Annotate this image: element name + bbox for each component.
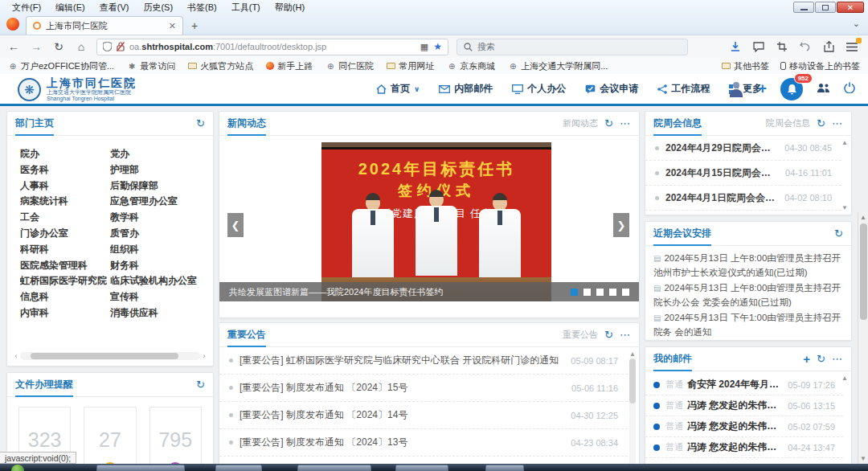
bookmark-item[interactable]: 新手上路 [266, 60, 313, 72]
announcement-text[interactable]: [重要公告] 虹桥国际医学研究院与临床研究中心联合 开设院科研门诊的通知 [240, 354, 563, 367]
nav-workflow[interactable]: 工作流程 [657, 82, 710, 96]
bookmark-star-icon[interactable]: ★ [433, 41, 442, 52]
upcoming-meetings-title[interactable]: 近期会议安排 [653, 223, 711, 246]
horizontal-scrollbar[interactable]: ‹ › [12, 351, 208, 361]
menu-item[interactable]: 帮助(H) [268, 2, 312, 14]
file-stat-card[interactable]: 27 ▤ [84, 407, 136, 471]
carousel-dot[interactable] [609, 289, 616, 296]
news-photo[interactable]: 2024年目标责任书 签约仪式 《党建廉政 风 目 任书 [321, 142, 551, 301]
bookmark-item[interactable]: 最常访问 [127, 60, 175, 72]
department-link[interactable]: 财务科 [110, 259, 200, 275]
nav-personal-office[interactable]: 个人办公 [512, 82, 566, 96]
announcement-text[interactable]: [重要公告] 制度发布通知 〔2024〕13号 [240, 436, 563, 449]
department-link[interactable]: 院办 [20, 147, 110, 163]
mail-row[interactable]: 普通 冯涛 您发起的朱伟东医院印章、... 05-02 07:59 [645, 416, 843, 437]
bookmark-item[interactable]: 万户ezOFFICE协同管... [8, 60, 114, 72]
taskbar-button[interactable] [297, 465, 371, 471]
department-link[interactable]: 消毒供应科 [110, 306, 200, 322]
qr-code-icon[interactable]: ▦ [420, 42, 428, 52]
refresh-icon[interactable]: ↻ [604, 117, 613, 129]
panel-scrollbar[interactable]: ▲ ▼ [840, 139, 850, 211]
scroll-up-icon[interactable]: ▲ [858, 214, 868, 221]
department-link[interactable]: 信息科 [20, 290, 110, 306]
weekly-meeting-row[interactable]: 2024年4月1日院周会会议纪要 04-02 08:10 [645, 186, 841, 211]
logout-power-icon[interactable] [844, 82, 855, 96]
panel-scrollbar[interactable]: ▲ ▼ [840, 375, 850, 471]
search-input[interactable]: 搜索 [457, 39, 688, 55]
url-bar[interactable]: oa.shtrhospital.com:7001/defaultroot/des… [96, 39, 448, 55]
mail-row[interactable]: 普通 冯涛 您发起的朱伟东医院印章、... 04-24 13:47 [645, 437, 843, 458]
refresh-icon[interactable]: ↻ [196, 379, 205, 391]
share-icon[interactable] [822, 40, 835, 53]
app-menu-icon[interactable] [845, 40, 858, 53]
more-options-icon[interactable]: ⋯ [832, 353, 843, 365]
department-link[interactable]: 医务科 [20, 163, 110, 179]
add-icon[interactable]: + [758, 80, 767, 97]
mail-subject[interactable]: 冯涛 您发起的朱伟东医院印章、... [687, 420, 781, 433]
insecure-lock-icon[interactable] [117, 42, 125, 51]
menu-item[interactable]: 文件(F) [5, 2, 48, 14]
compose-mail-icon[interactable]: + [803, 352, 810, 366]
user-avatar[interactable] [728, 81, 744, 97]
scroll-up-icon[interactable]: ▲ [628, 350, 637, 358]
page-scrollbar[interactable]: ▲ ▼ [858, 212, 868, 464]
department-link[interactable]: 虹桥国际医学研究院 [20, 274, 110, 290]
carousel-dot[interactable] [583, 289, 591, 296]
nav-home[interactable]: 首页∨ [376, 82, 420, 96]
screenshot-icon[interactable] [776, 40, 788, 53]
announcement-text[interactable]: [重要公告] 制度发布通知 〔2024〕14号 [240, 408, 563, 422]
refresh-icon[interactable]: ↻ [196, 117, 205, 129]
scroll-up-icon[interactable]: ▲ [840, 375, 850, 382]
weekly-more-link[interactable]: 院周会信息 [766, 117, 810, 129]
weekly-meeting-text[interactable]: 2024年4月15日院周会会议纪要 [665, 166, 777, 180]
scroll-down-icon[interactable]: ▼ [840, 204, 850, 211]
menu-item[interactable]: 编辑(E) [48, 2, 92, 14]
panel-scrollbar[interactable]: ▲ [628, 350, 637, 471]
department-link[interactable]: 后勤保障部 [110, 179, 200, 195]
department-link[interactable]: 工会 [20, 211, 110, 227]
file-stat-card[interactable]: 795 ◙ [149, 407, 202, 471]
carousel-next-button[interactable]: ❯ [613, 213, 629, 237]
carousel-dot[interactable] [622, 289, 629, 296]
taskbar-button[interactable] [485, 465, 524, 471]
announcement-row[interactable]: [重要公告] 制度发布通知 〔2024〕13号 04-23 08:34 [219, 429, 628, 457]
back-icon[interactable]: ← [6, 40, 21, 53]
meeting-item[interactable]: ▤2024年5月13日 下午1:00由管理员主持召开院务 会的通知 [653, 311, 843, 338]
minimize-button[interactable] [793, 2, 814, 13]
downloads-icon[interactable] [729, 40, 742, 53]
tracking-shield-icon[interactable] [103, 42, 112, 51]
refresh-icon[interactable]: ↻ [834, 227, 843, 240]
meeting-item[interactable]: ▤2024年5月13日 上午8:00由管理员主持召开院长办公会 党委会的通知(已… [653, 281, 843, 309]
carousel-dot[interactable] [596, 289, 604, 296]
announcement-text[interactable]: [重要公告] 制度发布通知 〔2024〕15号 [240, 381, 563, 395]
announcement-row[interactable]: [重要公告] 虹桥国际医学研究院与临床研究中心联合 开设院科研门诊的通知 05-… [219, 347, 628, 375]
bookmark-item[interactable]: 上海交通大学附属同... [508, 60, 608, 72]
department-link[interactable]: 党办 [110, 147, 200, 163]
notifications-bell[interactable]: 952 [780, 78, 803, 100]
home-icon[interactable]: ⌂ [74, 40, 88, 53]
weekly-meeting-text[interactable]: 2024年4月29日院周会会议纪要 [665, 141, 776, 155]
more-options-icon[interactable]: ⋯ [620, 117, 631, 129]
department-link[interactable]: 科研科 [20, 243, 110, 259]
page-scrollbar-thumb[interactable] [860, 223, 867, 320]
weekly-meeting-row[interactable]: 2024年4月29日院周会会议纪要 04-30 08:45 [645, 136, 841, 161]
nav-mail[interactable]: 内部邮件 [439, 82, 493, 96]
hospital-logo[interactable]: ❋ 上海市同仁医院 上海交通大学医学院附属同仁医院 Shanghai Tongr… [18, 77, 137, 102]
menu-item[interactable]: 书签(B) [180, 2, 224, 14]
scroll-down-icon[interactable]: ▼ [858, 455, 868, 462]
refresh-icon[interactable]: ↻ [604, 329, 613, 341]
nav-meeting-request[interactable]: 会议申请 [585, 82, 638, 96]
tab-close-icon[interactable]: ✕ [169, 21, 176, 31]
firefox-menu-icon[interactable] [6, 18, 19, 31]
start-button-icon[interactable] [11, 465, 24, 471]
refresh-icon[interactable]: ↻ [817, 117, 825, 129]
more-options-icon[interactable]: ⋯ [620, 329, 631, 341]
refresh-icon[interactable]: ↻ [817, 353, 825, 365]
department-link[interactable]: 医院感染管理科 [20, 259, 110, 275]
mail-subject[interactable]: 冯涛 您发起的朱伟东医院印章、... [687, 440, 781, 454]
mail-subject[interactable]: 俞安萍 2024年每月离院人员名单 [687, 378, 781, 391]
my-mail-tab[interactable]: 我的邮件 [653, 348, 692, 371]
bookmark-item[interactable]: 常用网址 [387, 60, 434, 72]
maximize-button[interactable] [815, 2, 836, 13]
bookmark-folder[interactable]: 移动设备上的书签 [780, 60, 860, 72]
